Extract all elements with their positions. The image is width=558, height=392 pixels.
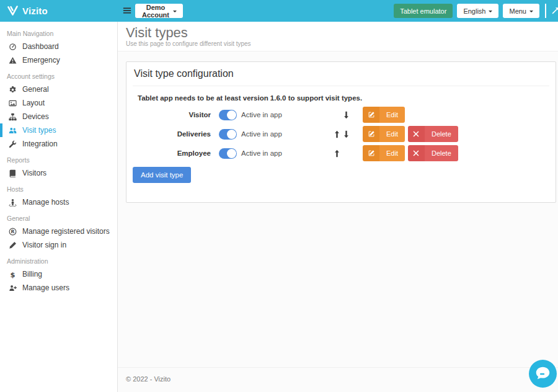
page-subtitle: Use this page to configure different vis… [126, 40, 549, 48]
panel-title: Visit type configuration [133, 68, 549, 80]
visit-type-name: Visitor [133, 111, 211, 118]
active-in-app-label: Active in app [241, 111, 282, 118]
sidebar-item-label: Emergency [22, 56, 60, 65]
menu-dropdown-button[interactable]: Menu [503, 4, 539, 18]
sidebar-section-header: General [0, 209, 117, 225]
reorder-arrows [334, 111, 355, 119]
sidebar-item-label: Manage registered visitors [22, 227, 110, 236]
expand-icon [551, 7, 558, 16]
sidebar-item-layout[interactable]: Layout [0, 96, 117, 110]
x-icon [412, 149, 420, 157]
main-area: Visit types Use this page to configure d… [118, 22, 558, 392]
visit-type-name: Employee [133, 149, 211, 157]
visit-type-row: EmployeeActive in appEditDelete [133, 145, 549, 161]
sidebar-item-label: Manage hosts [22, 198, 69, 207]
sidebar-section-header: Hosts [0, 180, 117, 195]
x-icon [412, 130, 420, 138]
sidebar-item-label: Devices [22, 112, 49, 121]
row-actions: Edit [363, 107, 549, 123]
arrow-down-icon [343, 130, 350, 138]
visit-type-panel: Visit type configuration Tablet app need… [126, 61, 556, 203]
tablet-emulator-button[interactable]: Tablet emulator [394, 4, 453, 18]
sidebar-item-visit-types[interactable]: Visit types [0, 123, 117, 137]
sidebar-section-header: Main Navigation [0, 24, 117, 40]
fullscreen-button[interactable] [551, 6, 558, 16]
sidebar-section-header: Administration [0, 252, 117, 267]
sidebar-item-general[interactable]: General [0, 82, 117, 96]
logo-text: Vizito [22, 6, 48, 16]
edit-button[interactable]: Edit [363, 107, 405, 123]
account-dropdown-button[interactable]: Demo Account [135, 4, 183, 18]
delete-button-label: Delete [425, 145, 458, 161]
sidebar-item-emergency[interactable]: Emergency [0, 53, 117, 67]
footer: © 2022 - Vizito [118, 367, 558, 392]
sidebar-item-label: Visitors [22, 169, 46, 177]
delete-button-label: Delete [425, 126, 458, 142]
sidebar-item-label: Integration [22, 140, 58, 148]
edit-pencil-icon [368, 130, 375, 138]
move-down-button[interactable] [343, 111, 350, 119]
edit-button-label: Edit [379, 107, 405, 123]
sidebar-item-manage-hosts[interactable]: Manage hosts [0, 195, 117, 209]
sidebar-section-header: Account settings [0, 67, 117, 82]
caret-down-icon [489, 11, 492, 14]
topbar-right-group: Tablet emulator English Menu [394, 4, 558, 18]
sidebar-item-integration[interactable]: Integration [0, 137, 117, 151]
arrow-down-icon [343, 111, 350, 119]
reorder-arrows [334, 130, 355, 138]
active-toggle[interactable] [219, 148, 237, 159]
sidebar-item-label: Billing [22, 270, 42, 278]
sidebar-item-devices[interactable]: Devices [0, 110, 117, 123]
edit-button[interactable]: Edit [363, 126, 405, 142]
sidebar-item-dashboard[interactable]: Dashboard [0, 40, 117, 53]
sidebar-item-label: Visit types [22, 126, 56, 135]
chat-widget-button[interactable] [529, 360, 557, 388]
edit-button-label: Edit [379, 145, 405, 161]
move-up-button[interactable] [334, 130, 340, 138]
edit-pencil-icon [368, 111, 375, 118]
user-plus-icon [9, 284, 17, 292]
wrench-icon [9, 140, 17, 148]
edit-button[interactable]: Edit [363, 145, 405, 161]
active-toggle[interactable] [219, 129, 237, 140]
delete-button[interactable]: Delete [408, 126, 458, 142]
visit-type-row: VisitorActive in appEdit [133, 107, 549, 123]
person-icon [9, 198, 17, 207]
delete-button[interactable]: Delete [408, 145, 458, 161]
image-icon [9, 99, 17, 107]
sidebar-item-manage-users[interactable]: Manage users [0, 281, 117, 295]
active-toggle[interactable] [219, 110, 237, 120]
registered-icon [9, 228, 17, 236]
dollar-icon [9, 270, 17, 278]
topbar-separator [545, 4, 546, 18]
language-dropdown-button[interactable]: English [457, 4, 498, 18]
add-visit-type-button[interactable]: Add visit type [133, 167, 191, 183]
gear-icon [9, 86, 17, 94]
caret-down-icon [173, 11, 177, 14]
sidebar-item-label: Visitor sign in [22, 241, 66, 249]
menu-dropdown-label: Menu [509, 7, 526, 15]
row-actions: EditDelete [363, 145, 549, 161]
app-logo[interactable]: Vizito [7, 0, 48, 22]
visit-type-name: Deliveries [133, 130, 211, 138]
edit-pencil-icon [368, 149, 375, 157]
visit-type-row: DeliveriesActive in appEditDelete [133, 126, 549, 142]
topbar: Vizito Demo Account Tablet emulator Engl… [0, 0, 558, 22]
sidebar-item-label: Layout [22, 99, 45, 107]
sidebar-item-billing[interactable]: Billing [0, 267, 117, 281]
sidebar-item-visitor-sign-in[interactable]: Visitor sign in [0, 238, 117, 252]
sidebar-item-manage-registered-visitors[interactable]: Manage registered visitors [0, 225, 117, 238]
language-dropdown-label: English [463, 7, 485, 15]
sitemap-icon [9, 113, 17, 121]
sidebar-nav: Main NavigationDashboardEmergencyAccount… [0, 22, 118, 392]
hamburger-icon [122, 6, 132, 15]
active-in-app-label: Active in app [241, 130, 282, 138]
move-down-button[interactable] [343, 130, 350, 138]
account-dropdown-label: Demo Account [141, 4, 170, 19]
sidebar-toggle-button[interactable] [122, 6, 132, 15]
toggle-knob [227, 130, 236, 139]
move-up-button[interactable] [334, 149, 340, 158]
sidebar-item-visitors[interactable]: Visitors [0, 166, 117, 180]
edit-button-label: Edit [379, 126, 405, 142]
sidebar-section-header: Reports [0, 151, 117, 166]
